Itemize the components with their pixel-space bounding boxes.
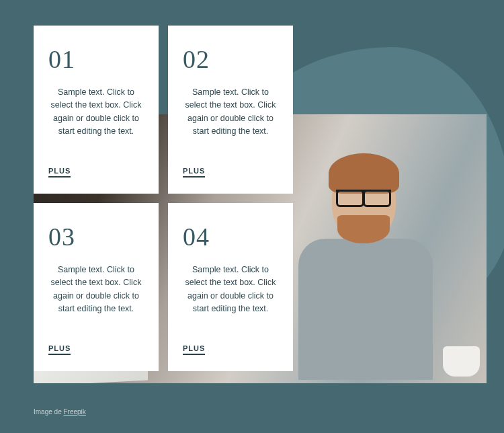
credit-prefix: Image de — [34, 408, 63, 416]
image-credit: Image de Freepik — [34, 408, 86, 416]
credit-source-link[interactable]: Freepik — [63, 408, 85, 416]
card-grid: 01 Sample text. Click to select the text… — [34, 26, 293, 371]
cup-shape — [443, 346, 480, 377]
card-number: 02 — [183, 44, 278, 74]
card-text: Sample text. Click to select the text bo… — [48, 86, 144, 139]
card-text: Sample text. Click to select the text bo… — [48, 264, 144, 316]
card-text: Sample text. Click to select the text bo… — [183, 264, 278, 316]
card-number: 04 — [183, 222, 278, 251]
card-number: 01 — [48, 44, 144, 74]
card-03[interactable]: 03 Sample text. Click to select the text… — [34, 203, 159, 371]
plus-link[interactable]: PLUS — [48, 344, 71, 355]
plus-link[interactable]: PLUS — [48, 167, 71, 178]
card-text: Sample text. Click to select the text bo… — [183, 86, 278, 139]
card-04[interactable]: 04 Sample text. Click to select the text… — [168, 203, 293, 371]
plus-link[interactable]: PLUS — [183, 167, 205, 178]
card-number: 03 — [48, 222, 144, 251]
card-02[interactable]: 02 Sample text. Click to select the text… — [168, 26, 293, 194]
person-illustration — [271, 141, 446, 370]
card-01[interactable]: 01 Sample text. Click to select the text… — [34, 26, 159, 194]
plus-link[interactable]: PLUS — [183, 344, 205, 355]
